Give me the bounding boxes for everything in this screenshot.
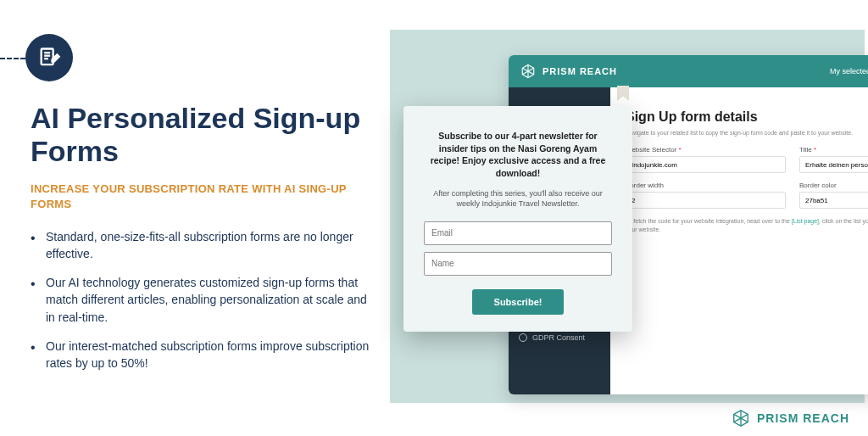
prism-logo-icon xyxy=(732,409,750,428)
panel-note: To fetch the code for your website integ… xyxy=(626,217,868,234)
bullet-item: Standard, one-size-fits-all subscription… xyxy=(31,228,378,263)
subscribe-button[interactable]: Subscribe! xyxy=(472,289,565,315)
app-mockup-background: PRISM REACH My selected website Sign Up … xyxy=(390,30,865,403)
footer-brand: PRISM REACH xyxy=(732,409,849,428)
app-brand: PRISM REACH xyxy=(520,64,617,79)
prism-logo-icon xyxy=(520,64,536,79)
bullet-item: Our interest-matched subscription forms … xyxy=(31,338,378,372)
check-circle-icon xyxy=(519,333,527,342)
popup-subline: After completing this series, you'll als… xyxy=(424,188,612,210)
website-selector-top[interactable]: My selected website xyxy=(830,64,868,78)
popup-headline: Subscribe to our 4-part newsletter for i… xyxy=(424,130,612,180)
border-width-input[interactable] xyxy=(626,192,786,209)
sidebar-item-label: GDPR Consent xyxy=(532,333,585,342)
website-selector-label: Website Selector * xyxy=(626,146,786,154)
feature-bullets: Standard, one-size-fits-all subscription… xyxy=(31,228,378,372)
page-subtitle: INCREASE YOUR SUBSCRIPTION RATE WITH AI … xyxy=(31,182,378,212)
border-color-label: Border color xyxy=(799,182,868,189)
signup-popup: Subscribe to our 4-part newsletter for i… xyxy=(403,106,632,332)
panel-title: Sign Up form details xyxy=(626,109,868,125)
bookmark-icon xyxy=(617,86,629,101)
name-field[interactable] xyxy=(424,252,612,276)
document-edit-icon xyxy=(25,34,73,81)
bullet-item: Our AI technology generates customized s… xyxy=(31,274,378,326)
website-select-label: My selected website xyxy=(830,67,868,75)
panel-description: Navigate to your related list to copy th… xyxy=(626,130,868,136)
signup-form-details-panel: Sign Up form details Navigate to your re… xyxy=(610,87,868,394)
title-field-input[interactable] xyxy=(799,156,868,173)
app-brand-text: PRISM REACH xyxy=(542,66,617,76)
list-page-link[interactable]: [List page] xyxy=(792,218,819,224)
decorative-dashed-connector xyxy=(0,58,25,59)
footer-brand-text: PRISM REACH xyxy=(757,411,849,425)
email-field[interactable] xyxy=(424,221,612,245)
title-field-label: Title * xyxy=(799,146,868,154)
app-topbar: PRISM REACH My selected website xyxy=(509,55,868,87)
website-selector-input[interactable] xyxy=(626,156,786,173)
marketing-copy: AI Personalized Sign-up Forms INCREASE Y… xyxy=(31,102,378,384)
border-color-input[interactable] xyxy=(799,192,868,209)
border-width-label: Border width xyxy=(626,182,786,189)
page-title: AI Personalized Sign-up Forms xyxy=(31,102,378,168)
